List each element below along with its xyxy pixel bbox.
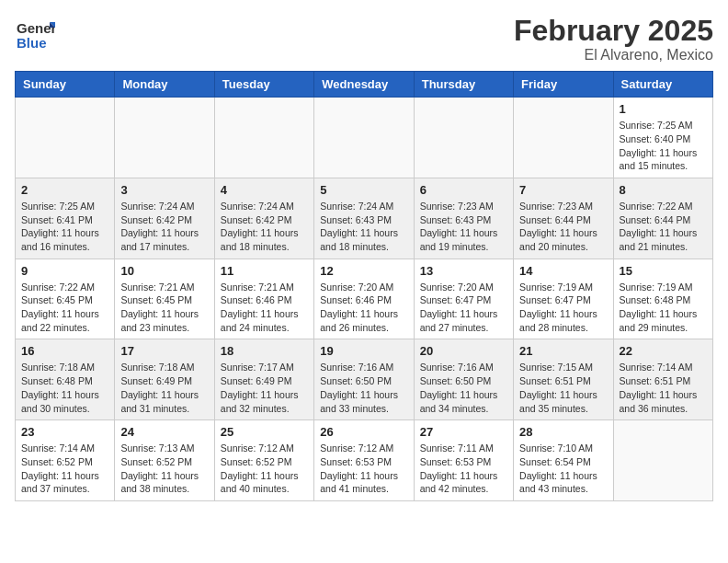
calendar-cell: 5Sunrise: 7:24 AMSunset: 6:43 PMDaylight… bbox=[314, 178, 414, 259]
calendar-cell: 13Sunrise: 7:20 AMSunset: 6:47 PMDayligh… bbox=[414, 259, 513, 339]
calendar-cell: 16Sunrise: 7:18 AMSunset: 6:48 PMDayligh… bbox=[16, 339, 115, 420]
day-number: 22 bbox=[620, 344, 707, 358]
day-number: 19 bbox=[320, 344, 407, 358]
calendar-cell: 12Sunrise: 7:20 AMSunset: 6:46 PMDayligh… bbox=[314, 259, 414, 339]
calendar-cell: 17Sunrise: 7:18 AMSunset: 6:49 PMDayligh… bbox=[115, 339, 214, 420]
calendar-cell: 1Sunrise: 7:25 AMSunset: 6:40 PMDaylight… bbox=[613, 98, 712, 178]
day-info: Sunrise: 7:25 AMSunset: 6:41 PMDaylight:… bbox=[21, 200, 108, 254]
calendar-cell bbox=[16, 98, 115, 178]
day-number: 20 bbox=[420, 344, 507, 358]
calendar-cell: 7Sunrise: 7:23 AMSunset: 6:44 PMDaylight… bbox=[514, 178, 613, 259]
day-number: 28 bbox=[519, 425, 607, 439]
day-info: Sunrise: 7:20 AMSunset: 6:46 PMDaylight:… bbox=[320, 281, 407, 335]
day-number: 24 bbox=[120, 425, 208, 439]
calendar-cell bbox=[115, 98, 214, 178]
calendar-cell: 22Sunrise: 7:14 AMSunset: 6:51 PMDayligh… bbox=[613, 339, 712, 420]
calendar-cell: 3Sunrise: 7:24 AMSunset: 6:42 PMDaylight… bbox=[115, 178, 214, 259]
day-number: 14 bbox=[519, 264, 607, 278]
day-number: 15 bbox=[620, 264, 707, 278]
day-number: 18 bbox=[221, 344, 308, 358]
day-info: Sunrise: 7:25 AMSunset: 6:40 PMDaylight:… bbox=[620, 119, 707, 173]
calendar-cell: 20Sunrise: 7:16 AMSunset: 6:50 PMDayligh… bbox=[414, 339, 513, 420]
day-info: Sunrise: 7:11 AMSunset: 6:53 PMDaylight:… bbox=[420, 442, 507, 496]
calendar-cell: 10Sunrise: 7:21 AMSunset: 6:45 PMDayligh… bbox=[115, 259, 214, 339]
calendar-cell: 26Sunrise: 7:12 AMSunset: 6:53 PMDayligh… bbox=[314, 420, 414, 501]
calendar-week-row: 1Sunrise: 7:25 AMSunset: 6:40 PMDaylight… bbox=[16, 98, 713, 178]
day-number: 16 bbox=[21, 344, 108, 358]
calendar-cell bbox=[214, 98, 313, 178]
day-info: Sunrise: 7:10 AMSunset: 6:54 PMDaylight:… bbox=[519, 442, 607, 496]
svg-text:Blue: Blue bbox=[17, 35, 47, 51]
calendar-week-row: 16Sunrise: 7:18 AMSunset: 6:48 PMDayligh… bbox=[16, 339, 713, 420]
weekday-header-thursday: Thursday bbox=[414, 72, 513, 98]
calendar-cell: 24Sunrise: 7:13 AMSunset: 6:52 PMDayligh… bbox=[115, 420, 214, 501]
day-number: 4 bbox=[221, 183, 308, 197]
day-number: 25 bbox=[221, 425, 308, 439]
day-number: 12 bbox=[320, 264, 407, 278]
calendar-cell bbox=[514, 98, 613, 178]
day-number: 9 bbox=[21, 264, 108, 278]
day-info: Sunrise: 7:23 AMSunset: 6:44 PMDaylight:… bbox=[519, 200, 607, 254]
weekday-header-monday: Monday bbox=[115, 72, 214, 98]
day-info: Sunrise: 7:20 AMSunset: 6:47 PMDaylight:… bbox=[420, 281, 507, 335]
calendar-cell: 14Sunrise: 7:19 AMSunset: 6:47 PMDayligh… bbox=[514, 259, 613, 339]
day-number: 7 bbox=[519, 183, 607, 197]
calendar-week-row: 23Sunrise: 7:14 AMSunset: 6:52 PMDayligh… bbox=[16, 420, 713, 501]
day-number: 10 bbox=[120, 264, 208, 278]
calendar-week-row: 9Sunrise: 7:22 AMSunset: 6:45 PMDaylight… bbox=[16, 259, 713, 339]
calendar-cell: 27Sunrise: 7:11 AMSunset: 6:53 PMDayligh… bbox=[414, 420, 513, 501]
calendar-cell: 4Sunrise: 7:24 AMSunset: 6:42 PMDaylight… bbox=[214, 178, 313, 259]
day-info: Sunrise: 7:12 AMSunset: 6:53 PMDaylight:… bbox=[320, 442, 407, 496]
calendar-header-row: SundayMondayTuesdayWednesdayThursdayFrid… bbox=[16, 72, 713, 98]
day-number: 5 bbox=[320, 183, 407, 197]
calendar-cell: 18Sunrise: 7:17 AMSunset: 6:49 PMDayligh… bbox=[214, 339, 313, 420]
weekday-header-tuesday: Tuesday bbox=[214, 72, 313, 98]
day-info: Sunrise: 7:19 AMSunset: 6:48 PMDaylight:… bbox=[620, 281, 707, 335]
day-info: Sunrise: 7:23 AMSunset: 6:43 PMDaylight:… bbox=[420, 200, 507, 254]
calendar-cell: 28Sunrise: 7:10 AMSunset: 6:54 PMDayligh… bbox=[514, 420, 613, 501]
page-header: General Blue February 2025 El Alvareno, … bbox=[15, 15, 713, 63]
calendar-cell: 23Sunrise: 7:14 AMSunset: 6:52 PMDayligh… bbox=[16, 420, 115, 501]
location-title: El Alvareno, Mexico bbox=[514, 47, 713, 63]
calendar-cell: 9Sunrise: 7:22 AMSunset: 6:45 PMDaylight… bbox=[16, 259, 115, 339]
day-number: 21 bbox=[519, 344, 607, 358]
day-info: Sunrise: 7:12 AMSunset: 6:52 PMDaylight:… bbox=[221, 442, 308, 496]
svg-text:General: General bbox=[17, 20, 55, 36]
day-info: Sunrise: 7:15 AMSunset: 6:51 PMDaylight:… bbox=[519, 361, 607, 415]
calendar-cell: 8Sunrise: 7:22 AMSunset: 6:44 PMDaylight… bbox=[613, 178, 712, 259]
calendar-week-row: 2Sunrise: 7:25 AMSunset: 6:41 PMDaylight… bbox=[16, 178, 713, 259]
day-info: Sunrise: 7:17 AMSunset: 6:49 PMDaylight:… bbox=[221, 361, 308, 415]
day-info: Sunrise: 7:24 AMSunset: 6:42 PMDaylight:… bbox=[221, 200, 308, 254]
weekday-header-wednesday: Wednesday bbox=[314, 72, 414, 98]
day-number: 23 bbox=[21, 425, 108, 439]
day-number: 1 bbox=[620, 102, 707, 116]
calendar-cell bbox=[314, 98, 414, 178]
day-number: 27 bbox=[420, 425, 507, 439]
weekday-header-saturday: Saturday bbox=[613, 72, 712, 98]
day-info: Sunrise: 7:14 AMSunset: 6:51 PMDaylight:… bbox=[620, 361, 707, 415]
logo-graphic: General Blue bbox=[15, 15, 55, 59]
day-number: 8 bbox=[620, 183, 707, 197]
calendar-cell: 11Sunrise: 7:21 AMSunset: 6:46 PMDayligh… bbox=[214, 259, 313, 339]
day-number: 26 bbox=[320, 425, 407, 439]
title-block: February 2025 El Alvareno, Mexico bbox=[514, 15, 713, 63]
day-info: Sunrise: 7:18 AMSunset: 6:48 PMDaylight:… bbox=[21, 361, 108, 415]
day-info: Sunrise: 7:19 AMSunset: 6:47 PMDaylight:… bbox=[519, 281, 607, 335]
day-number: 3 bbox=[120, 183, 208, 197]
day-info: Sunrise: 7:24 AMSunset: 6:42 PMDaylight:… bbox=[120, 200, 208, 254]
calendar-cell: 2Sunrise: 7:25 AMSunset: 6:41 PMDaylight… bbox=[16, 178, 115, 259]
calendar-cell bbox=[613, 420, 712, 501]
month-title: February 2025 bbox=[514, 15, 713, 47]
day-info: Sunrise: 7:22 AMSunset: 6:44 PMDaylight:… bbox=[620, 200, 707, 254]
day-info: Sunrise: 7:16 AMSunset: 6:50 PMDaylight:… bbox=[420, 361, 507, 415]
day-number: 11 bbox=[221, 264, 308, 278]
day-info: Sunrise: 7:21 AMSunset: 6:46 PMDaylight:… bbox=[221, 281, 308, 335]
day-info: Sunrise: 7:14 AMSunset: 6:52 PMDaylight:… bbox=[21, 442, 108, 496]
calendar-table: SundayMondayTuesdayWednesdayThursdayFrid… bbox=[15, 71, 713, 501]
calendar-cell: 21Sunrise: 7:15 AMSunset: 6:51 PMDayligh… bbox=[514, 339, 613, 420]
day-info: Sunrise: 7:24 AMSunset: 6:43 PMDaylight:… bbox=[320, 200, 407, 254]
calendar-cell: 6Sunrise: 7:23 AMSunset: 6:43 PMDaylight… bbox=[414, 178, 513, 259]
day-info: Sunrise: 7:21 AMSunset: 6:45 PMDaylight:… bbox=[120, 281, 208, 335]
day-info: Sunrise: 7:13 AMSunset: 6:52 PMDaylight:… bbox=[120, 442, 208, 496]
day-info: Sunrise: 7:16 AMSunset: 6:50 PMDaylight:… bbox=[320, 361, 407, 415]
